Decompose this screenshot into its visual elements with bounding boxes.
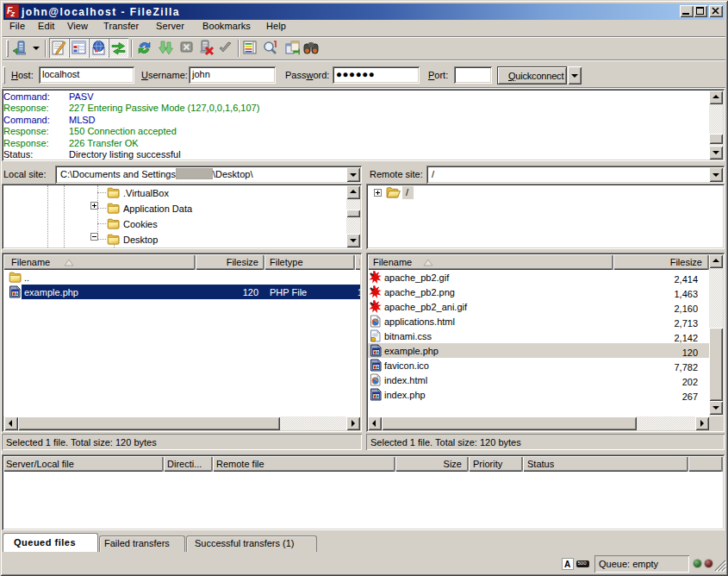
svg-text:z: z [10,9,16,18]
